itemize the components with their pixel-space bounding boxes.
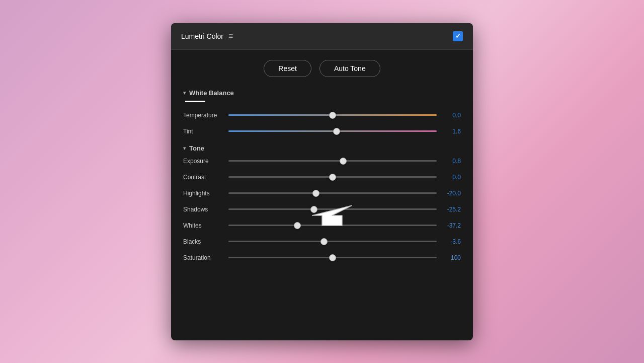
panel-body: Reset Auto Tone ▾ White Balance Temperat… bbox=[171, 50, 473, 281]
saturation-row: Saturation 100 bbox=[183, 253, 461, 263]
menu-icon[interactable]: ≡ bbox=[228, 32, 233, 41]
saturation-slider[interactable] bbox=[228, 253, 437, 263]
panel-title-group: Lumetri Color ≡ bbox=[181, 32, 233, 41]
highlights-track bbox=[228, 192, 437, 194]
blacks-slider[interactable] bbox=[228, 237, 437, 247]
temperature-track bbox=[228, 114, 437, 116]
exposure-row: Exposure 0.8 bbox=[183, 156, 461, 166]
button-row: Reset Auto Tone bbox=[183, 60, 461, 77]
saturation-value: 100 bbox=[437, 254, 461, 261]
contrast-label: Contrast bbox=[183, 174, 228, 181]
temperature-row: Temperature 0.0 bbox=[183, 110, 461, 120]
tone-section-header: ▾ Tone bbox=[183, 144, 461, 152]
cursor-arrow bbox=[312, 200, 352, 231]
tint-row: Tint 1.6 bbox=[183, 126, 461, 136]
temperature-slider[interactable] bbox=[228, 110, 437, 120]
tint-label: Tint bbox=[183, 128, 228, 135]
whites-thumb[interactable] bbox=[294, 222, 301, 229]
contrast-slider[interactable] bbox=[228, 172, 437, 182]
blacks-track bbox=[228, 241, 437, 242]
tint-slider[interactable] bbox=[228, 126, 437, 136]
highlights-slider[interactable] bbox=[228, 188, 437, 198]
blacks-label: Blacks bbox=[183, 238, 228, 245]
highlights-label: Highlights bbox=[183, 190, 228, 197]
temperature-thumb[interactable] bbox=[329, 112, 336, 119]
exposure-track bbox=[228, 160, 437, 162]
contrast-track bbox=[228, 176, 437, 178]
shadows-label: Shadows bbox=[183, 206, 228, 213]
whites-label: Whites bbox=[183, 222, 228, 229]
exposure-value: 0.8 bbox=[437, 158, 461, 165]
saturation-track bbox=[228, 257, 437, 258]
exposure-thumb[interactable] bbox=[340, 158, 347, 165]
temperature-label: Temperature bbox=[183, 112, 228, 119]
blacks-thumb[interactable] bbox=[320, 238, 328, 245]
temperature-value: 0.0 bbox=[437, 112, 461, 119]
contrast-value: 0.0 bbox=[437, 174, 461, 181]
tone-chevron[interactable]: ▾ bbox=[183, 145, 186, 152]
blacks-row: Blacks -3.6 bbox=[183, 237, 461, 247]
highlights-value: -20.0 bbox=[437, 190, 461, 197]
white-balance-underline bbox=[185, 101, 205, 102]
blacks-value: -3.6 bbox=[437, 238, 461, 245]
white-balance-chevron[interactable]: ▾ bbox=[183, 90, 186, 96]
contrast-row: Contrast 0.0 bbox=[183, 172, 461, 182]
svg-marker-0 bbox=[312, 205, 352, 226]
tint-track bbox=[228, 130, 437, 132]
highlights-row: Highlights -20.0 bbox=[183, 188, 461, 198]
panel-title: Lumetri Color bbox=[181, 32, 223, 40]
exposure-label: Exposure bbox=[183, 158, 228, 165]
reset-button[interactable]: Reset bbox=[264, 60, 311, 77]
contrast-thumb[interactable] bbox=[329, 174, 336, 181]
tone-title: Tone bbox=[189, 144, 204, 152]
exposure-slider[interactable] bbox=[228, 156, 437, 166]
tint-value: 1.6 bbox=[437, 128, 461, 135]
saturation-thumb[interactable] bbox=[329, 254, 336, 261]
white-balance-title: White Balance bbox=[189, 89, 234, 97]
highlights-thumb[interactable] bbox=[312, 190, 319, 197]
auto-tone-button[interactable]: Auto Tone bbox=[319, 60, 380, 77]
tint-thumb[interactable] bbox=[333, 128, 340, 135]
saturation-label: Saturation bbox=[183, 254, 228, 261]
enable-checkbox[interactable] bbox=[453, 31, 463, 41]
white-balance-section-header: ▾ White Balance bbox=[183, 89, 461, 97]
shadows-value: -25.2 bbox=[437, 206, 461, 213]
panel-header: Lumetri Color ≡ bbox=[171, 23, 473, 50]
whites-value: -37.2 bbox=[437, 222, 461, 229]
lumetri-color-panel: Lumetri Color ≡ Reset Auto Tone ▾ White … bbox=[171, 23, 473, 340]
